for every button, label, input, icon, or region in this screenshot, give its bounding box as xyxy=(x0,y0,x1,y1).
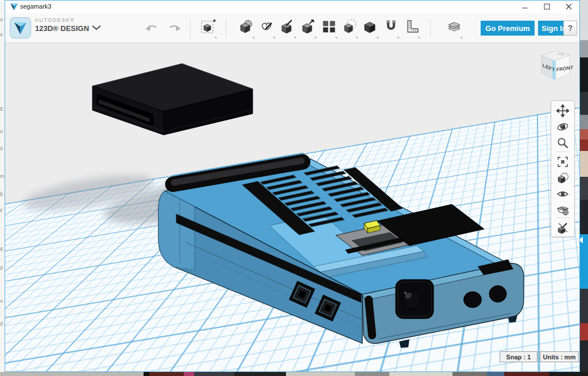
grouping-icon[interactable] xyxy=(341,18,359,39)
maximize-button[interactable] xyxy=(536,1,558,13)
background-thumbnail xyxy=(144,372,149,376)
background-thumbnail xyxy=(234,372,286,376)
undo-icon[interactable] xyxy=(145,23,159,32)
measure-icon[interactable] xyxy=(403,18,421,39)
background-window-left-edge: osEn0mbF60ud xyxy=(0,0,5,376)
fit-icon[interactable] xyxy=(554,154,571,169)
background-text-fragment: F xyxy=(0,208,3,214)
background-thumbnail xyxy=(504,372,549,376)
toolbar-separator xyxy=(430,18,431,38)
snap-setting-button[interactable]: Snap : 1 xyxy=(500,351,537,362)
construct-icon[interactable] xyxy=(278,18,297,39)
zoom-icon[interactable] xyxy=(554,135,571,150)
background-thumbnail xyxy=(580,115,588,129)
ground-grid xyxy=(5,43,579,371)
minimize-button[interactable] xyxy=(514,1,536,13)
app-logo-badge-icon[interactable] xyxy=(10,17,31,38)
go-premium-button[interactable]: Go Premium xyxy=(481,21,535,36)
sketch-icon[interactable] xyxy=(258,18,276,39)
background-text-fragment: E xyxy=(0,107,3,112)
combine-icon[interactable] xyxy=(361,18,380,39)
viewport-canvas[interactable]: TOP LEFT FRONT xyxy=(5,43,579,371)
orbit-icon[interactable] xyxy=(554,119,571,134)
main-menu-chevron-icon[interactable] xyxy=(91,25,102,30)
background-text-fragment: 0 xyxy=(0,266,3,271)
brand-text: AUTODESK® 123D® DESIGN xyxy=(35,18,89,32)
sketch-visibility-icon[interactable] xyxy=(554,220,571,235)
background-window-bottom-edge xyxy=(0,372,588,376)
toolbar-separator xyxy=(226,18,226,38)
snap-icon[interactable] xyxy=(382,18,400,39)
background-window-right-edge xyxy=(580,0,588,376)
redo-icon[interactable] xyxy=(167,23,181,32)
background-thumbnail xyxy=(580,177,588,200)
background-thumbnail xyxy=(580,92,588,115)
materials-icon[interactable] xyxy=(445,18,463,39)
nav-separator xyxy=(556,218,570,218)
background-thumbnail xyxy=(580,129,588,139)
view-cube[interactable]: TOP LEFT FRONT xyxy=(533,46,577,90)
background-text-fragment: s xyxy=(0,32,3,37)
titlebar: segamark3 xyxy=(5,1,579,13)
grid-visibility-icon[interactable] xyxy=(554,203,571,218)
background-thumbnail xyxy=(580,151,588,177)
background-thumbnail xyxy=(194,372,234,376)
background-text-fragment: 6 xyxy=(0,247,3,252)
primitives-icon[interactable] xyxy=(237,18,256,39)
window-title: segamark3 xyxy=(20,3,51,10)
app-window: segamark3 AUTODESK® 123D® DESIGN xyxy=(5,0,580,372)
background-thumbnail xyxy=(580,289,588,323)
insert-icon[interactable] xyxy=(199,18,218,39)
app-logo-icon xyxy=(10,3,18,10)
background-text-fragment: d xyxy=(0,321,3,327)
background-text-fragment: m xyxy=(0,174,5,179)
background-text-fragment: u xyxy=(0,299,3,304)
background-thumbnail xyxy=(184,372,194,376)
background-thumbnail xyxy=(487,372,504,376)
background-text-fragment: n xyxy=(0,129,3,134)
brand-123d-design: 123D® DESIGN xyxy=(35,25,89,32)
background-thumbnail xyxy=(580,340,588,376)
background-thumbnail xyxy=(149,372,184,376)
background-text-fragment: o xyxy=(0,17,3,22)
help-button[interactable]: ? xyxy=(563,21,577,36)
pan-icon[interactable] xyxy=(554,103,571,118)
background-thumbnail xyxy=(580,200,588,234)
background-thumbnail xyxy=(580,323,588,340)
background-thumbnail xyxy=(389,372,452,376)
close-button[interactable] xyxy=(558,1,579,13)
brand-autodesk: AUTODESK® xyxy=(35,18,89,23)
units-setting-button[interactable]: Units : mm xyxy=(540,351,579,362)
background-thumbnail xyxy=(286,372,355,376)
background-thumbnail xyxy=(580,57,588,92)
background-text-fragment: 0 xyxy=(0,146,3,152)
modify-icon[interactable] xyxy=(299,18,318,39)
background-thumbnail xyxy=(580,0,588,40)
background-text-fragment: b xyxy=(0,192,3,197)
navigation-toolbar xyxy=(551,100,575,237)
pattern-icon[interactable] xyxy=(320,18,338,39)
cartridge-lid[interactable] xyxy=(92,64,253,135)
main-toolbar: AUTODESK® 123D® DESIGN xyxy=(5,13,579,43)
background-thumbnail xyxy=(549,372,588,376)
toolbar-separator xyxy=(190,18,191,38)
background-thumbnail xyxy=(452,372,487,376)
background-thumbnail xyxy=(580,40,588,57)
nav-separator xyxy=(556,152,570,152)
background-thumbnail xyxy=(580,139,588,151)
shade-icon[interactable] xyxy=(554,170,571,185)
background-thumbnail xyxy=(0,372,144,376)
visibility-icon[interactable] xyxy=(554,187,571,201)
background-thumbnail xyxy=(355,372,389,376)
